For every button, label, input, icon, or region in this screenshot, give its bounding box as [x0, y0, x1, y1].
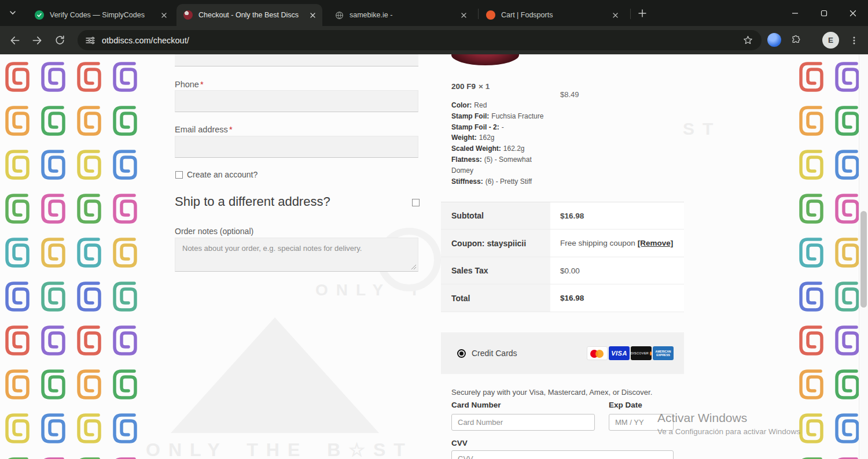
- card-brand-icons: VISA DISCOVER AMERICAN EXPRESS: [587, 346, 674, 360]
- tab-separator: [478, 9, 479, 19]
- product-name: 200 F9× 1: [451, 82, 490, 91]
- windows-activation-subtitle: Ve a Configuración para activar Windows: [657, 427, 800, 436]
- otb-favicon-icon: [183, 10, 193, 20]
- tab-fodsports[interactable]: Cart | Fodsports: [479, 4, 625, 26]
- plus-icon: [638, 9, 646, 17]
- mastercard-icon: [587, 346, 608, 360]
- tab-samebike[interactable]: samebike.ie -: [328, 4, 473, 26]
- product-price: $8.49: [560, 90, 579, 99]
- tab-close-button[interactable]: [159, 10, 169, 20]
- address-bar[interactable]: otbdiscs.com/checkout/: [78, 30, 762, 50]
- close-icon: [849, 10, 856, 17]
- secure-payment-text: Securely pay with your Visa, Mastercard,…: [451, 388, 652, 397]
- scrollbar-thumb[interactable]: [860, 211, 867, 308]
- tab-simplycodes[interactable]: Verify Codes — SimplyCodes: [28, 4, 174, 26]
- card-number-label: Card Number: [451, 401, 501, 409]
- right-decorative-pattern: [794, 54, 859, 459]
- new-tab-button[interactable]: [634, 5, 650, 21]
- tab-close-button[interactable]: [610, 10, 620, 20]
- tab-title: Cart | Fodsports: [501, 11, 610, 19]
- subtotal-value: $16.98: [550, 202, 684, 229]
- email-label: Email address*: [175, 125, 233, 134]
- create-account-label: Create an account?: [187, 170, 258, 179]
- back-button[interactable]: [5, 30, 25, 50]
- attribute-row: Stamp Foil - 2:-: [451, 122, 554, 133]
- maximize-button[interactable]: [810, 0, 838, 26]
- visa-icon: VISA: [609, 346, 630, 360]
- tab-bar: Verify Codes — SimplyCodes Checkout - On…: [0, 0, 868, 26]
- tab-close-button[interactable]: [307, 10, 318, 20]
- tab-close-button[interactable]: [458, 10, 469, 20]
- tab-title: samebike.ie -: [350, 11, 458, 19]
- sales-tax-value: $0.00: [550, 257, 684, 284]
- windows-activation-title: Activar Windows: [657, 411, 747, 425]
- exp-date-label: Exp Date: [609, 401, 642, 409]
- ship-different-heading: Ship to a different address?: [175, 194, 330, 209]
- product-image: [451, 54, 519, 65]
- ship-different-checkbox[interactable]: [412, 199, 420, 206]
- credit-cards-radio[interactable]: [457, 349, 466, 358]
- credit-cards-label: Credit Cards: [472, 349, 517, 358]
- order-notes-label: Order notes (optional): [175, 227, 253, 236]
- chevron-down-icon: [9, 9, 16, 16]
- minimize-icon: [792, 10, 799, 17]
- attribute-row: Scaled Weight:162.2g: [451, 143, 554, 154]
- truncated-input[interactable]: [175, 54, 418, 66]
- total-row: Total $16.98: [441, 284, 684, 312]
- phone-label: Phone*: [175, 80, 204, 89]
- scrollbar-track[interactable]: [859, 54, 868, 459]
- attribute-row: Stiffness:(6) - Pretty Stiff: [451, 176, 554, 187]
- attribute-row: Flatness:(5) - Somewhat Domey: [451, 154, 554, 176]
- cvv-input[interactable]: [451, 450, 674, 459]
- tab-search-button[interactable]: [5, 5, 21, 21]
- globe-favicon-icon: [334, 10, 344, 20]
- order-totals-table: Subtotal $16.98 Coupon: stayspiicii Free…: [441, 202, 684, 312]
- reload-button[interactable]: [50, 30, 70, 50]
- maximize-icon: [821, 10, 827, 17]
- back-icon: [9, 35, 21, 46]
- watermark-brand-text: ONLY T: [315, 281, 428, 299]
- url-text[interactable]: otbdiscs.com/checkout/: [102, 36, 742, 45]
- coupon-row: Coupon: stayspiicii Free shipping coupon…: [441, 230, 684, 257]
- close-window-button[interactable]: [838, 0, 867, 26]
- simplycodes-favicon-icon: [35, 10, 44, 20]
- watermark-brand-text: ST: [683, 119, 721, 139]
- card-number-input[interactable]: [451, 414, 595, 431]
- create-account-checkbox[interactable]: [175, 171, 183, 179]
- tab-title: Checkout - Only the Best Discs: [198, 11, 307, 19]
- watermark-brand-text: ONLY THE B☆ST: [146, 439, 413, 459]
- phone-field[interactable]: [175, 90, 418, 112]
- extensions-button[interactable]: [786, 30, 806, 50]
- discover-icon: DISCOVER: [631, 346, 652, 360]
- subtotal-row: Subtotal $16.98: [441, 202, 684, 230]
- close-icon: [161, 13, 167, 18]
- email-field[interactable]: [175, 136, 418, 158]
- remove-coupon-link[interactable]: [Remove]: [638, 239, 674, 247]
- navigation-bar: otbdiscs.com/checkout/ E: [0, 26, 868, 54]
- resize-handle-icon[interactable]: [411, 264, 417, 270]
- amex-icon: AMERICAN EXPRESS: [653, 346, 674, 360]
- bookmark-star-icon[interactable]: [742, 35, 753, 46]
- attribute-row: Weight:162g: [451, 132, 554, 143]
- total-value: $16.98: [550, 284, 684, 312]
- browser-window: Verify Codes — SimplyCodes Checkout - On…: [0, 0, 868, 459]
- profile-avatar[interactable]: E: [822, 32, 839, 49]
- attribute-row: Color:Red: [451, 100, 554, 111]
- coupon-label: Coupon: stayspiicii: [441, 230, 550, 257]
- extension-badge-icon[interactable]: [767, 33, 781, 47]
- browser-menu-button[interactable]: [844, 30, 864, 50]
- required-asterisk: *: [200, 80, 204, 89]
- tab-separator: [630, 9, 631, 19]
- product-attributes: Color:Red Stamp Foil:Fuchsia Fracture St…: [451, 100, 554, 187]
- watermark-mountain-shape: [171, 317, 379, 433]
- minimize-button[interactable]: [781, 0, 810, 26]
- menu-dots-icon: [849, 36, 859, 45]
- site-info-icon: [86, 36, 95, 45]
- forward-button[interactable]: [27, 30, 47, 50]
- reload-icon: [54, 35, 65, 46]
- tab-checkout[interactable]: Checkout - Only the Best Discs: [176, 4, 322, 26]
- left-decorative-pattern: [0, 54, 146, 459]
- sales-tax-row: Sales Tax $0.00: [441, 257, 684, 284]
- tab-title: Verify Codes — SimplyCodes: [50, 11, 159, 19]
- order-notes-textarea[interactable]: [175, 238, 418, 272]
